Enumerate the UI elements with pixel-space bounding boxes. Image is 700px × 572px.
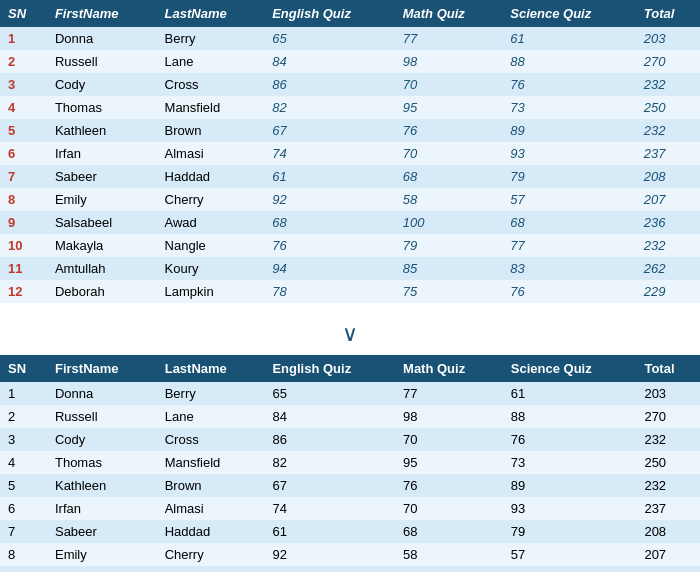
cell-math-quiz: 98: [395, 405, 503, 428]
header-math-quiz: Math Quiz: [395, 0, 503, 27]
cell-lastname: Haddad: [157, 520, 265, 543]
styled-table-body: 1 Donna Berry 65 77 61 203 2 Russell Lan…: [0, 27, 700, 303]
cell-english-quiz: 92: [264, 188, 395, 211]
cell-total: 207: [636, 543, 700, 566]
cell-math-quiz: 70: [395, 142, 503, 165]
plain-table-header: SN FirstName LastName English Quiz Math …: [0, 355, 700, 382]
cell-math-quiz: 98: [395, 50, 503, 73]
cell-firstname: Thomas: [47, 451, 157, 474]
cell-sn: 8: [0, 543, 47, 566]
cell-science-quiz: 76: [503, 428, 637, 451]
cell-sn: 3: [0, 73, 47, 96]
table-row: 11 Amtullah Koury 94 85 83 262: [0, 257, 700, 280]
plain-header-math-quiz: Math Quiz: [395, 355, 503, 382]
cell-science-quiz: 89: [502, 119, 636, 142]
cell-firstname: Donna: [47, 382, 157, 405]
cell-firstname: Deborah: [47, 280, 157, 303]
cell-sn: 12: [0, 280, 47, 303]
plain-header-english-quiz: English Quiz: [264, 355, 395, 382]
cell-math-quiz: 58: [395, 543, 503, 566]
cell-total: 232: [636, 234, 700, 257]
cell-science-quiz: 76: [502, 73, 636, 96]
plain-table-body: 1 Donna Berry 65 77 61 203 2 Russell Lan…: [0, 382, 700, 572]
cell-math-quiz: 70: [395, 428, 503, 451]
cell-math-quiz: 70: [395, 497, 503, 520]
cell-english-quiz: 67: [264, 474, 395, 497]
cell-lastname: Lane: [157, 405, 265, 428]
cell-science-quiz: 61: [503, 382, 637, 405]
cell-science-quiz: 79: [503, 520, 637, 543]
table-row: 7 Sabeer Haddad 61 68 79 208: [0, 165, 700, 188]
cell-english-quiz: 86: [264, 73, 395, 96]
cell-english-quiz: 65: [264, 382, 395, 405]
table-row: 9 Salsabeel Awad 68 100 68 236: [0, 211, 700, 234]
cell-lastname: Mansfield: [157, 451, 265, 474]
cell-sn: 6: [0, 142, 47, 165]
table-row: 2 Russell Lane 84 98 88 270: [0, 50, 700, 73]
table-row: 6 Irfan Almasi 74 70 93 237: [0, 497, 700, 520]
cell-sn: 2: [0, 50, 47, 73]
cell-english-quiz: 61: [264, 165, 395, 188]
cell-lastname: Nangle: [157, 234, 265, 257]
styled-table: SN FirstName LastName English Quiz Math …: [0, 0, 700, 303]
cell-firstname: Donna: [47, 27, 157, 50]
cell-english-quiz: 65: [264, 27, 395, 50]
cell-total: 236: [636, 211, 700, 234]
cell-lastname: Awad: [157, 211, 265, 234]
cell-sn: 4: [0, 451, 47, 474]
cell-science-quiz: 88: [502, 50, 636, 73]
cell-total: 232: [636, 119, 700, 142]
cell-total: 229: [636, 280, 700, 303]
cell-english-quiz: 74: [264, 497, 395, 520]
cell-firstname: Kathleen: [47, 119, 157, 142]
cell-english-quiz: 67: [264, 119, 395, 142]
table-row: 1 Donna Berry 65 77 61 203: [0, 382, 700, 405]
cell-total: 232: [636, 474, 700, 497]
cell-sn: 5: [0, 119, 47, 142]
cell-total: 250: [636, 451, 700, 474]
table-row: 5 Kathleen Brown 67 76 89 232: [0, 119, 700, 142]
cell-total: 236: [636, 566, 700, 572]
table-row: 8 Emily Cherry 92 58 57 207: [0, 188, 700, 211]
cell-sn: 11: [0, 257, 47, 280]
cell-firstname: Sabeer: [47, 520, 157, 543]
table-row: 8 Emily Cherry 92 58 57 207: [0, 543, 700, 566]
header-science-quiz: Science Quiz: [502, 0, 636, 27]
cell-lastname: Almasi: [157, 142, 265, 165]
cell-firstname: Sabeer: [47, 165, 157, 188]
cell-firstname: Irfan: [47, 142, 157, 165]
cell-lastname: Lane: [157, 50, 265, 73]
cell-math-quiz: 68: [395, 165, 503, 188]
plain-header-total: Total: [636, 355, 700, 382]
cell-firstname: Russell: [47, 405, 157, 428]
cell-science-quiz: 57: [503, 543, 637, 566]
plain-header-firstname: FirstName: [47, 355, 157, 382]
cell-lastname: Koury: [157, 257, 265, 280]
arrow-indicator: ∨: [0, 313, 700, 355]
cell-firstname: Kathleen: [47, 474, 157, 497]
cell-science-quiz: 73: [502, 96, 636, 119]
cell-lastname: Cross: [157, 73, 265, 96]
cell-sn: 5: [0, 474, 47, 497]
cell-sn: 10: [0, 234, 47, 257]
plain-header-lastname: LastName: [157, 355, 265, 382]
table-row: 10 Makayla Nangle 76 79 77 232: [0, 234, 700, 257]
cell-english-quiz: 92: [264, 543, 395, 566]
table-row: 1 Donna Berry 65 77 61 203: [0, 27, 700, 50]
cell-firstname: Salsabeel: [47, 211, 157, 234]
cell-science-quiz: 68: [503, 566, 637, 572]
cell-lastname: Berry: [157, 382, 265, 405]
cell-sn: 2: [0, 405, 47, 428]
table-row: 4 Thomas Mansfield 82 95 73 250: [0, 451, 700, 474]
plain-table: SN FirstName LastName English Quiz Math …: [0, 355, 700, 572]
cell-science-quiz: 68: [502, 211, 636, 234]
cell-english-quiz: 82: [264, 451, 395, 474]
cell-math-quiz: 76: [395, 474, 503, 497]
cell-sn: 4: [0, 96, 47, 119]
cell-lastname: Brown: [157, 119, 265, 142]
cell-science-quiz: 88: [503, 405, 637, 428]
cell-english-quiz: 84: [264, 405, 395, 428]
cell-sn: 9: [0, 566, 47, 572]
cell-math-quiz: 95: [395, 96, 503, 119]
cell-math-quiz: 70: [395, 73, 503, 96]
